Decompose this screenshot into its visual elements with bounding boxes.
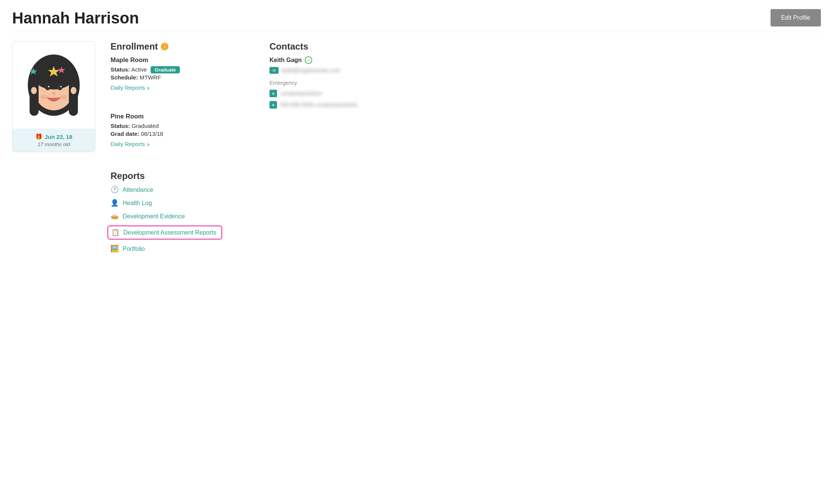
- birthday-row: 🎁 Jun 23, 18: [17, 133, 90, 140]
- report-dev-evidence-item: 🥧 Development Evidence: [111, 212, 254, 220]
- birthday-date: Jun 23, 18: [45, 134, 72, 140]
- primary-contact-email: keith@maplecenter.com: [282, 67, 340, 73]
- svg-point-11: [52, 92, 56, 95]
- emergency-contact-2-row: + 555-555-5555 contactnamehere: [269, 101, 821, 109]
- primary-contact-email-row: ✉ keith@maplecenter.com: [269, 67, 821, 74]
- report-portfolio-item: 🖼️ Portfolio: [111, 245, 254, 253]
- enrollment-pine-room: Pine Room Status: Graduated Grad date: 0…: [111, 113, 254, 162]
- pine-room-grad-date: Grad date: 08/13/18: [111, 131, 254, 137]
- main-content: 🎁 Jun 23, 18 17 months old Enrollment i …: [12, 41, 821, 258]
- emergency-contact-2-info: 555-555-5555 contactnamehere: [280, 102, 358, 108]
- report-health-log-item: 👤 Health Log: [111, 199, 254, 207]
- reports-list: 🕐 Attendance 👤 Health Log 🥧 Development …: [111, 186, 254, 253]
- maple-room-name: Maple Room: [111, 56, 254, 64]
- svg-point-13: [60, 95, 67, 99]
- enrollment-maple-room: Maple Room Status: Active Graduate Sched…: [111, 56, 254, 105]
- svg-point-6: [71, 87, 76, 94]
- contacts-title: Contacts: [269, 41, 821, 52]
- development-assessment-link[interactable]: Development Assessment Reports: [123, 229, 216, 236]
- gift-icon: 🎁: [35, 133, 42, 140]
- phone-icon-1: +: [269, 90, 277, 97]
- avatar-image: [22, 47, 86, 123]
- enrollment-title: Enrollment i: [111, 41, 254, 52]
- image-icon: 🖼️: [111, 245, 119, 253]
- contacts-section: Contacts Keith Gagn ✓ ✉ keith@maplecente…: [269, 41, 821, 258]
- clipboard-icon: 📋: [111, 229, 120, 236]
- report-dev-assessment-item: 📋 Development Assessment Reports: [111, 226, 254, 240]
- pie-chart-icon: 🥧: [111, 212, 119, 220]
- svg-rect-3: [30, 80, 39, 116]
- email-icon: ✉: [269, 67, 279, 74]
- maple-room-daily-reports-link[interactable]: Daily Reports »: [111, 84, 150, 91]
- reports-section: Reports 🕐 Attendance 👤 Health Log 🥧 Deve…: [111, 171, 254, 253]
- enrollment-label: Enrollment: [111, 41, 158, 52]
- svg-point-10: [60, 86, 62, 87]
- graduate-badge: Graduate: [151, 66, 179, 73]
- person-icon: 👤: [111, 199, 119, 207]
- maple-room-schedule: Schedule: MTWRF: [111, 74, 254, 81]
- reports-title: Reports: [111, 171, 254, 181]
- verified-icon: ✓: [305, 56, 312, 64]
- development-assessment-highlight-box: 📋 Development Assessment Reports: [107, 226, 222, 240]
- contacts-label: Contacts: [269, 41, 308, 52]
- health-log-link[interactable]: Health Log: [123, 200, 152, 207]
- phone-icon-2: +: [269, 101, 277, 109]
- svg-point-7: [45, 85, 50, 90]
- svg-point-5: [31, 87, 37, 94]
- age-label: 17 months old: [17, 142, 90, 147]
- avatar-footer: 🎁 Jun 23, 18 17 months old: [12, 129, 95, 152]
- attendance-link[interactable]: Attendance: [123, 187, 153, 193]
- maple-room-status: Status: Active Graduate: [111, 66, 254, 73]
- page-header: Hannah Harrison Edit Profile: [12, 9, 821, 32]
- pine-room-name: Pine Room: [111, 113, 254, 120]
- svg-point-12: [40, 95, 48, 99]
- emergency-contact-1-info: contactnamehere: [280, 90, 322, 96]
- portfolio-link[interactable]: Portfolio: [123, 246, 145, 252]
- svg-point-9: [48, 86, 50, 87]
- emergency-contact-1-row: + contactnamehere: [269, 90, 821, 97]
- emergency-label: Emergency: [269, 80, 821, 86]
- edit-profile-button[interactable]: Edit Profile: [771, 9, 821, 26]
- avatar-card: 🎁 Jun 23, 18 17 months old: [12, 41, 95, 152]
- pine-room-status: Status: Graduated: [111, 123, 254, 129]
- primary-contact-name: Keith Gagn: [269, 57, 302, 64]
- report-attendance-item: 🕐 Attendance: [111, 186, 254, 194]
- enrollment-section: Enrollment i Maple Room Status: Active G…: [111, 41, 254, 258]
- reports-label: Reports: [111, 171, 145, 181]
- svg-point-8: [58, 85, 62, 90]
- info-icon: i: [161, 43, 168, 50]
- avatar-section: 🎁 Jun 23, 18 17 months old: [12, 41, 95, 258]
- development-evidence-link[interactable]: Development Evidence: [123, 213, 185, 220]
- clock-icon: 🕐: [111, 186, 119, 194]
- avatar-image-area: [12, 42, 95, 129]
- primary-contact-name-row: Keith Gagn ✓: [269, 56, 821, 64]
- pine-room-daily-reports-link[interactable]: Daily Reports »: [111, 141, 150, 147]
- svg-rect-4: [69, 80, 78, 116]
- page-title: Hannah Harrison: [12, 9, 139, 27]
